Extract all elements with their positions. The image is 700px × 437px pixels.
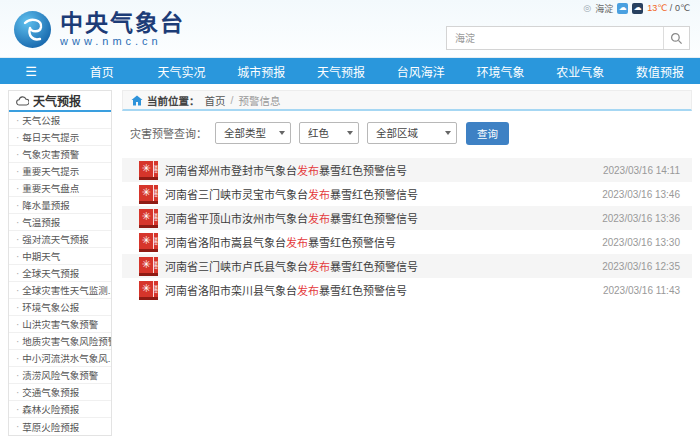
search-input[interactable] (447, 27, 663, 49)
sidebar-item-label: 地质灾害气象风险预警 (22, 334, 111, 348)
warning-type: 暴雪红色预警信号 (330, 261, 418, 273)
warning-title-link[interactable]: 河南省郑州市登封市气象台发布暴雪红色预警信号 (165, 162, 603, 178)
nav-item-7[interactable]: 农业气象 (541, 58, 621, 84)
nav-item-4[interactable]: 天气预报 (301, 58, 381, 84)
warning-row[interactable]: ✳暴雪河南省三门峡市卢氏县气象台发布暴雪红色预警信号2023/03/16 12:… (122, 254, 692, 278)
filter-label: 灾害预警查询： (130, 125, 207, 141)
warning-row[interactable]: ✳暴雪河南省三门峡市灵宝市气象台发布暴雪红色预警信号2023/03/16 13:… (122, 182, 692, 206)
nav-item-2[interactable]: 天气实况 (142, 58, 222, 84)
bullet-dot: · (16, 302, 19, 313)
sidebar-item-17[interactable]: ·交通气象预报 (9, 384, 111, 401)
hamburger-menu-icon[interactable]: ☰ (0, 58, 62, 84)
sidebar-item-6[interactable]: ·降水量预报 (9, 197, 111, 214)
sidebar-item-9[interactable]: ·中期天气 (9, 248, 111, 265)
warning-icon-label: 暴雪 (153, 185, 158, 201)
bullet-dot: · (16, 234, 19, 245)
breadcrumb-label: 当前位置： (147, 93, 200, 108)
warning-title-link[interactable]: 河南省三门峡市灵宝市气象台发布暴雪红色预警信号 (165, 186, 602, 202)
warning-row[interactable]: ✳暴雪河南省洛阳市栾川县气象台发布暴雪红色预警信号2023/03/16 11:4… (122, 278, 692, 302)
query-button[interactable]: 查询 (466, 122, 509, 145)
warning-icon-body: ✳暴雪 (139, 281, 158, 297)
region-select[interactable]: 全部区域 (367, 122, 457, 144)
nav-item-8[interactable]: 数值预报 (620, 58, 700, 84)
breadcrumb-separator: / (231, 94, 234, 106)
location-label[interactable]: 海淀 (595, 2, 613, 15)
bullet-dot: · (16, 421, 19, 432)
warning-action: 发布 (308, 261, 330, 273)
bullet-dot: · (16, 285, 19, 296)
sidebar-item-15[interactable]: ·中小河流洪水气象风... (9, 350, 111, 367)
sidebar-item-2[interactable]: ·每日天气提示 (9, 129, 111, 146)
sidebar-item-5[interactable]: ·重要天气盘点 (9, 180, 111, 197)
bullet-dot: · (16, 183, 19, 194)
warning-icon-body: ✳暴雪 (139, 185, 158, 201)
type-select[interactable]: 全部类型 (215, 122, 291, 144)
warning-action: 发布 (286, 237, 308, 249)
warning-row[interactable]: ✳暴雪河南省平顶山市汝州市气象台发布暴雪红色预警信号2023/03/16 13:… (122, 206, 692, 230)
warning-icon-body: ✳暴雪 (139, 209, 158, 225)
warning-title-link[interactable]: 河南省洛阳市栾川县气象台发布暴雪红色预警信号 (165, 282, 603, 298)
location-ring-icon: ◎ (583, 3, 591, 13)
sidebar-item-3[interactable]: ·气象灾害预警 (9, 146, 111, 163)
bullet-dot: · (16, 217, 19, 228)
bullet-dot: · (16, 404, 19, 415)
breadcrumb-home-link[interactable]: 首页 (205, 93, 226, 108)
nav-item-1[interactable]: 首页 (62, 58, 142, 84)
sidebar-item-13[interactable]: ·山洪灾害气象预警 (9, 316, 111, 333)
bullet-dot: · (16, 319, 19, 330)
sidebar-item-18[interactable]: ·森林火险预报 (9, 401, 111, 418)
warning-title-link[interactable]: 河南省平顶山市汝州市气象台发布暴雪红色预警信号 (165, 210, 602, 226)
sidebar-item-1[interactable]: ·天气公报 (9, 112, 111, 129)
search-box (446, 26, 690, 50)
nav-item-3[interactable]: 城市预报 (222, 58, 302, 84)
warning-icon-footer-strip (139, 249, 158, 252)
warning-row[interactable]: ✳暴雪河南省郑州市登封市气象台发布暴雪红色预警信号2023/03/16 14:1… (122, 158, 692, 182)
warning-icon-label: 暴雪 (153, 209, 158, 225)
sidebar-item-7[interactable]: ·气温预报 (9, 214, 111, 231)
nav-item-6[interactable]: 环境气象 (461, 58, 541, 84)
nmc-weather-page: ◎ 海淀 ☁ ☁ 13℃ / 0℃ 中央气象台 www.nmc.cn (0, 0, 700, 437)
sidebar-item-14[interactable]: ·地质灾害气象风险预警 (9, 333, 111, 350)
warning-icon-label: 暴雪 (153, 233, 158, 249)
warning-time: 2023/03/16 13:46 (602, 189, 692, 200)
sidebar-item-10[interactable]: ·全球天气预报 (9, 265, 111, 282)
color-select[interactable]: 红色 (299, 122, 359, 144)
logo-swirl-glyph (14, 11, 51, 48)
warning-title-link[interactable]: 河南省洛阳市嵩县气象台发布暴雪红色预警信号 (165, 234, 602, 250)
sidebar-item-4[interactable]: ·重要天气提示 (9, 163, 111, 180)
warning-action: 发布 (297, 165, 319, 177)
warning-icon-footer-strip (139, 273, 158, 276)
warning-type: 暴雪红色预警信号 (319, 165, 407, 177)
bullet-dot: · (16, 336, 19, 347)
sidebar-list: ·天气公报·每日天气提示·气象灾害预警·重要天气提示·重要天气盘点·降水量预报·… (9, 112, 111, 435)
warning-list: ✳暴雪河南省郑州市登封市气象台发布暴雪红色预警信号2023/03/16 14:1… (122, 158, 692, 302)
warning-icon-label: 暴雪 (153, 257, 158, 273)
sidebar-item-8[interactable]: ·强对流天气预报 (9, 231, 111, 248)
site-header: ◎ 海淀 ☁ ☁ 13℃ / 0℃ 中央气象台 www.nmc.cn (0, 0, 700, 58)
warning-title-link[interactable]: 河南省三门峡市卢氏县气象台发布暴雪红色预警信号 (165, 258, 602, 274)
nav-item-5[interactable]: 台风海洋 (381, 58, 461, 84)
warning-row[interactable]: ✳暴雪河南省洛阳市嵩县气象台发布暴雪红色预警信号2023/03/16 13:30 (122, 230, 692, 254)
snowflake-glyph: ✳ (139, 209, 153, 225)
warning-icon-label: 暴雪 (153, 161, 158, 177)
bullet-dot: · (16, 132, 19, 143)
warning-issuer: 河南省郑州市登封市气象台 (165, 165, 297, 177)
warning-issuer: 河南省洛阳市栾川县气象台 (165, 285, 297, 297)
sidebar-item-label: 强对流天气预报 (22, 232, 89, 246)
temp-low: 0℃ (675, 3, 690, 13)
snowflake-glyph: ✳ (139, 161, 153, 177)
warning-icon-footer-strip (139, 297, 158, 300)
sidebar-item-19[interactable]: ·草原火险预报 (9, 418, 111, 435)
warning-type: 暴雪红色预警信号 (330, 213, 418, 225)
bullet-dot: · (16, 149, 19, 160)
nmc-logo-icon (14, 11, 51, 48)
sidebar-item-label: 全球灾害性天气监测... (22, 283, 111, 297)
search-button[interactable] (663, 27, 689, 49)
warning-icon-label: 暴雪 (153, 281, 158, 297)
warning-issuer: 河南省洛阳市嵩县气象台 (165, 237, 286, 249)
sidebar-item-11[interactable]: ·全球灾害性天气监测... (9, 282, 111, 299)
site-logo[interactable]: 中央气象台 www.nmc.cn (14, 11, 185, 48)
sidebar-item-16[interactable]: ·渍涝风险气象预警 (9, 367, 111, 384)
warning-icon-body: ✳暴雪 (139, 161, 158, 177)
sidebar-item-12[interactable]: ·环境气象公报 (9, 299, 111, 316)
